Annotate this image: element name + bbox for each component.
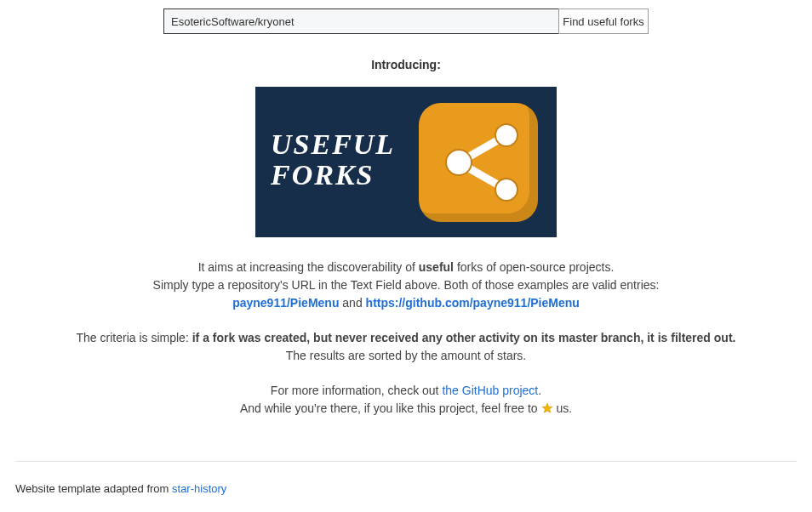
logo-text: USEFUL FORKS bbox=[271, 129, 395, 190]
moreinfo-suffix: . bbox=[538, 384, 541, 397]
repo-search-input[interactable] bbox=[163, 9, 559, 34]
logo-line1: USEFUL bbox=[271, 128, 395, 160]
criteria-prefix: The criteria is simple: bbox=[77, 331, 192, 344]
moreinfo-block: For more information, check out the GitH… bbox=[0, 382, 812, 419]
svg-point-2 bbox=[446, 150, 472, 175]
criteria-block: The criteria is simple: if a fork was cr… bbox=[0, 329, 812, 365]
footer: Website template adapted from star-histo… bbox=[15, 461, 797, 495]
and-text: and bbox=[339, 296, 365, 310]
main-content: Introducing: USEFUL FORKS It aims at inc… bbox=[0, 34, 812, 419]
star-prefix: And while you're there, if you like this… bbox=[240, 401, 541, 415]
criteria-results: The results are sorted by the amount of … bbox=[0, 347, 812, 365]
github-project-link[interactable]: the GitHub project bbox=[442, 384, 538, 397]
logo-line2: FORKS bbox=[271, 159, 375, 191]
example-link-1[interactable]: payne911/PieMenu bbox=[232, 296, 339, 310]
search-row: Find useful forks bbox=[0, 0, 812, 34]
star-suffix: us. bbox=[553, 401, 573, 415]
desc-line2: Simply type a repository's URL in the Te… bbox=[0, 276, 812, 294]
desc-bold-useful: useful bbox=[419, 260, 454, 274]
desc-text: forks of open-source projects. bbox=[454, 260, 614, 274]
logo-banner: USEFUL FORKS bbox=[255, 87, 557, 237]
svg-marker-5 bbox=[542, 403, 552, 412]
find-forks-button[interactable]: Find useful forks bbox=[558, 9, 649, 34]
description-block-1: It aims at increasing the discoverabilit… bbox=[0, 259, 812, 312]
criteria-bold: if a fork was created, but never receive… bbox=[192, 331, 736, 344]
fork-icon-box bbox=[419, 103, 538, 222]
svg-point-4 bbox=[495, 179, 518, 201]
example-link-2[interactable]: https://github.com/payne911/PieMenu bbox=[366, 296, 580, 310]
footer-prefix: Website template adapted from bbox=[15, 482, 172, 495]
moreinfo-prefix: For more information, check out bbox=[271, 384, 443, 397]
intro-heading: Introducing: bbox=[0, 58, 812, 71]
footer-link[interactable]: star-history bbox=[172, 482, 226, 495]
star-icon bbox=[541, 401, 553, 419]
svg-point-3 bbox=[495, 124, 518, 146]
desc-text: It aims at increasing the discoverabilit… bbox=[198, 260, 419, 274]
fork-icon bbox=[419, 103, 538, 222]
